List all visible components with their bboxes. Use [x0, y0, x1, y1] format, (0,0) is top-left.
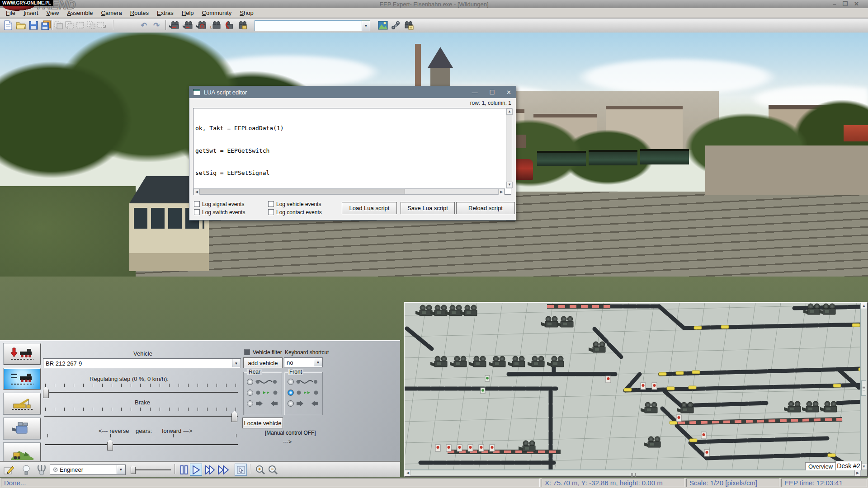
log-vehicle-events-checkbox[interactable] — [268, 201, 274, 207]
rear-coupling-radio-1[interactable] — [247, 379, 253, 385]
signal-yellow-segment[interactable] — [721, 325, 729, 328]
minimize-button[interactable]: – — [833, 0, 842, 7]
camera-view-5-button[interactable] — [223, 20, 234, 31]
camera-icon[interactable] — [430, 356, 447, 367]
rear-coupling-radio-3[interactable] — [247, 400, 253, 407]
select-mode-button[interactable] — [235, 464, 247, 476]
log-signal-events-checkbox[interactable] — [194, 201, 200, 207]
track-segment[interactable] — [625, 385, 861, 390]
signal-yellow-segment[interactable] — [667, 387, 675, 390]
rear-coupling-radio-2[interactable] — [247, 389, 253, 396]
camera-icon[interactable] — [460, 305, 477, 316]
scroll-left-button[interactable]: ◀ — [193, 189, 200, 195]
camera-icon[interactable] — [557, 316, 573, 327]
edit-mode-button[interactable] — [3, 464, 15, 476]
hint-light-button[interactable] — [20, 464, 32, 476]
locate-vehicle-button[interactable]: Locate vehicle — [242, 418, 283, 428]
vscroll-thumb[interactable] — [861, 380, 866, 396]
camera-view-1-button[interactable] — [169, 20, 180, 31]
camera-icon[interactable] — [547, 356, 564, 367]
signal-yellow-segment[interactable] — [852, 324, 860, 327]
menu-help[interactable]: Help — [178, 9, 198, 17]
track-segment[interactable] — [838, 402, 861, 403]
mode-place-vehicle-button[interactable] — [4, 343, 41, 365]
tab-desk-2[interactable]: Desk #2 — [835, 461, 862, 470]
restore-button[interactable]: ❐ — [842, 0, 854, 7]
camera-combo-dropdown-button[interactable]: ▼ — [362, 20, 370, 31]
regulating-slider-track[interactable] — [44, 392, 238, 393]
track-segment[interactable] — [694, 438, 827, 442]
log-contact-events-checkbox[interactable] — [268, 209, 274, 215]
track-segment[interactable] — [407, 328, 432, 349]
camera-icon[interactable] — [541, 316, 558, 327]
log-switch-events-checkbox[interactable] — [194, 209, 200, 215]
trackplan-scroll-left[interactable]: ◀ — [405, 470, 411, 476]
camera-icon[interactable] — [802, 401, 819, 412]
signal-yellow-segment[interactable] — [833, 384, 841, 387]
front-coupling-radio-3[interactable] — [288, 400, 294, 407]
signal-yellow-segment[interactable] — [692, 371, 700, 374]
scroll-right-button[interactable]: ▶ — [498, 189, 505, 195]
keyboard-shortcut-arrow[interactable]: ▼ — [314, 358, 322, 366]
camera-icon[interactable] — [450, 356, 467, 367]
camera-view-6-button[interactable] — [237, 20, 248, 31]
menu-community[interactable]: Community — [198, 9, 236, 17]
signal-yellow-segment[interactable] — [694, 326, 702, 329]
vehicle-filter-checkbox[interactable] — [244, 349, 250, 355]
control-mode-arrow[interactable]: ▼ — [117, 465, 125, 474]
menu-extras[interactable]: Extras — [153, 9, 178, 17]
load-lua-script-button[interactable]: Load Lua script — [342, 202, 397, 214]
new-file-button[interactable] — [3, 20, 14, 31]
camera-icon[interactable] — [784, 401, 801, 412]
lua-minimize-button[interactable]: — — [472, 89, 477, 96]
block-insert-button[interactable] — [86, 20, 97, 31]
lua-code-editor[interactable]: ok, Takt = EEPLoadData(1) getSwt = EEPGe… — [193, 108, 511, 195]
lua-titlebar[interactable]: LUA script editor —☐✕ — [189, 86, 516, 98]
brake-slider-thumb[interactable] — [231, 411, 237, 422]
regulating-slider-thumb[interactable] — [43, 387, 49, 398]
gear-slider-track[interactable] — [45, 444, 238, 445]
zoom-in-button[interactable] — [254, 464, 266, 476]
camera-icon[interactable] — [644, 436, 660, 447]
front-coupling-radio-1[interactable] — [288, 379, 294, 385]
trackplan-hscroll-thumb[interactable] — [410, 470, 854, 475]
max-speed-button[interactable] — [217, 464, 230, 476]
mode-drive-control-button[interactable] — [4, 368, 41, 389]
menu-shop[interactable]: Shop — [236, 9, 257, 17]
camera-icon[interactable] — [445, 305, 462, 316]
open-file-button[interactable] — [15, 20, 26, 31]
block-copy-button[interactable] — [64, 20, 75, 31]
menu-camera[interactable]: Camera — [97, 9, 126, 17]
camera-record-button[interactable] — [403, 20, 414, 31]
block-paste-button[interactable] — [75, 20, 86, 31]
gear-slider-thumb[interactable] — [107, 439, 113, 450]
trackplan-horizontal-scrollbar[interactable]: ◀ ▶ — [405, 469, 861, 476]
signal-yellow-segment[interactable] — [828, 454, 835, 457]
signal-yellow-segment[interactable] — [689, 386, 696, 389]
render-options-button[interactable] — [377, 20, 388, 31]
track-segment[interactable] — [609, 344, 621, 357]
grab-object-button[interactable] — [35, 464, 47, 476]
block-cut-button[interactable] — [53, 20, 64, 31]
signal-yellow-segment[interactable] — [659, 372, 666, 375]
track-segment[interactable] — [594, 329, 607, 342]
add-vehicle-button[interactable]: add vehicle — [243, 357, 283, 368]
mini-slider-thumb[interactable] — [131, 465, 136, 474]
track-plan-canvas[interactable] — [405, 303, 861, 470]
camera-icon[interactable] — [519, 441, 535, 451]
camera-icon[interactable] — [489, 356, 505, 367]
camera-view-2-button[interactable] — [183, 20, 193, 31]
signal-yellow-segment[interactable] — [689, 439, 697, 442]
camera-icon[interactable] — [528, 356, 544, 367]
menu-routes[interactable]: Routes — [126, 9, 153, 17]
mode-crane-button[interactable] — [4, 393, 41, 414]
track-segment[interactable] — [659, 306, 684, 328]
control-mode-combobox[interactable]: Engineer ▼ — [50, 465, 126, 475]
redo-button[interactable]: ↷ — [151, 20, 162, 31]
scroll-down-button[interactable]: ▼ — [506, 182, 513, 188]
save-lua-script-button[interactable]: Save Lua script — [401, 202, 455, 214]
close-button[interactable]: ✕ — [854, 0, 865, 7]
play-button[interactable] — [190, 464, 202, 476]
lua-horizontal-scrollbar[interactable]: ◀ ▶ — [193, 188, 505, 195]
reload-script-button[interactable]: Reload script — [456, 202, 515, 214]
